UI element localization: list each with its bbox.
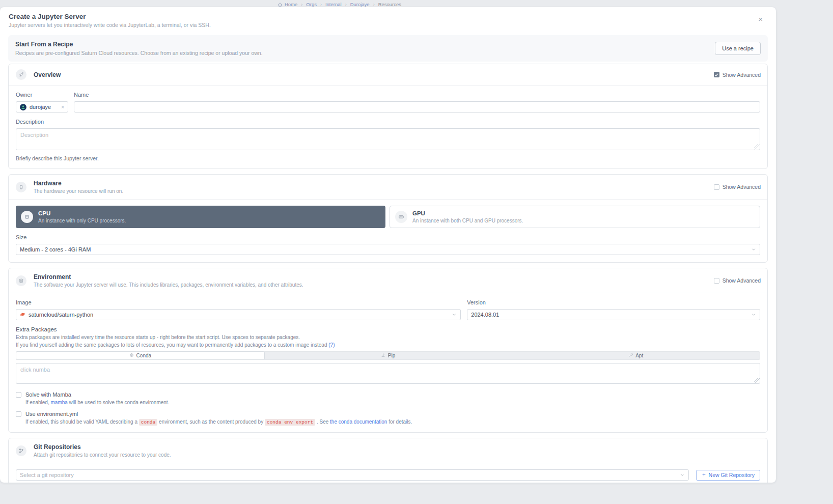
- overview-show-advanced-toggle[interactable]: Show Advanced: [714, 72, 761, 78]
- hardware-show-advanced-toggle[interactable]: Show Advanced: [714, 184, 761, 190]
- size-label: Size: [16, 234, 760, 240]
- tab-conda[interactable]: Conda: [16, 351, 265, 360]
- close-icon[interactable]: ×: [758, 15, 763, 23]
- git-subtitle: Attach git repositories to connect your …: [34, 452, 171, 458]
- cpu-text: CPU An instance with only CPU processors…: [38, 210, 126, 223]
- chip-icon: [16, 182, 26, 192]
- breadcrumb-separator: ›: [345, 2, 347, 7]
- mamba-label: Solve with Mamba: [25, 391, 169, 398]
- conda-documentation-link[interactable]: the conda documentation: [330, 419, 387, 425]
- owner-label: Owner: [16, 92, 68, 98]
- recipe-text: Start From a Recipe Recipes are pre-conf…: [15, 41, 715, 56]
- show-advanced-label: Show Advanced: [723, 277, 761, 284]
- owner-value: durojaye: [30, 104, 51, 110]
- git-repository-select[interactable]: Select a git repository: [16, 469, 689, 481]
- mamba-checkbox[interactable]: [16, 392, 21, 398]
- yml-help-p2: environment, such as the content produce…: [157, 419, 265, 425]
- hardware-title: Hardware: [34, 180, 123, 187]
- page-subtitle: Jupyter servers let you interactively wr…: [9, 22, 767, 28]
- size-select[interactable]: Medium - 2 cores - 4Gi RAM: [16, 244, 760, 255]
- git-repositories-section: Git Repositories Attach git repositories…: [8, 438, 768, 483]
- owner-select[interactable]: durojaye ×: [16, 101, 68, 113]
- new-git-repository-label: New Git Repository: [709, 472, 755, 478]
- saturn-planet-icon: [20, 312, 25, 318]
- home-icon: [277, 2, 283, 7]
- yml-help-p4: for details.: [387, 419, 412, 425]
- mamba-help: If enabled, mamba will be used to solve …: [25, 400, 169, 405]
- version-label: Version: [467, 299, 760, 305]
- name-input[interactable]: [74, 101, 760, 113]
- extra-packages-help2: If you find yourself adding the same pac…: [16, 342, 760, 348]
- cpu-icon: [21, 211, 33, 223]
- image-select[interactable]: saturncloud/saturn-python: [16, 309, 461, 320]
- overview-header: Overview Show Advanced: [9, 64, 767, 86]
- layers-icon: [16, 275, 26, 286]
- checkbox-unchecked-icon[interactable]: [714, 184, 719, 190]
- new-git-repository-button[interactable]: New Git Repository: [696, 470, 760, 481]
- custom-image-help-link[interactable]: (?): [328, 342, 335, 348]
- size-field-wrap: Size Medium - 2 cores - 4Gi RAM: [16, 234, 760, 255]
- tab-label: Pip: [388, 353, 395, 358]
- description-textarea[interactable]: [16, 128, 760, 150]
- git-title: Git Repositories: [34, 443, 171, 451]
- extra-packages-title: Extra Packages: [16, 326, 760, 332]
- environment-show-advanced-toggle[interactable]: Show Advanced: [714, 277, 761, 284]
- hardware-section: Hardware The hardware your resource will…: [8, 174, 768, 263]
- use-recipe-button[interactable]: Use a recipe: [715, 42, 761, 55]
- git-branch-icon: [16, 445, 26, 456]
- image-field-wrap: Image saturncloud/saturn-python: [16, 299, 461, 320]
- size-value: Medium - 2 cores - 4Gi RAM: [20, 246, 91, 253]
- hardware-header: Hardware The hardware your resource will…: [9, 175, 767, 200]
- breadcrumb-label: Home: [285, 2, 297, 7]
- environment-body: Image saturncloud/saturn-python Version …: [9, 293, 767, 432]
- checkbox-unchecked-icon[interactable]: [714, 278, 719, 284]
- environment-yml-checkbox[interactable]: [16, 411, 21, 417]
- breadcrumb-home[interactable]: Home: [277, 2, 297, 7]
- cpu-title: CPU: [38, 210, 126, 216]
- extra-packages-help2-text: If you find yourself adding the same pac…: [16, 342, 327, 348]
- page-title: Create a Jupyter Server: [9, 13, 767, 20]
- tab-apt[interactable]: Apt: [512, 352, 760, 359]
- checkbox-checked-icon[interactable]: [714, 72, 719, 77]
- breadcrumb-separator: ›: [320, 2, 322, 7]
- chevron-down-icon: [452, 312, 457, 317]
- name-label: Name: [74, 92, 760, 98]
- create-jupyter-server-sheet: Create a Jupyter Server Jupyter servers …: [0, 7, 776, 483]
- tab-label: Conda: [136, 353, 151, 358]
- cpu-option-card[interactable]: CPU An instance with only CPU processors…: [16, 206, 385, 228]
- git-title-wrap: Git Repositories Attach git repositories…: [34, 443, 171, 458]
- owner-avatar: [20, 104, 26, 110]
- breadcrumb-durojaye[interactable]: Durojaye: [350, 2, 370, 7]
- overview-title: Overview: [34, 71, 61, 78]
- wrench-icon: [628, 353, 633, 358]
- environment-title: Environment: [34, 273, 303, 281]
- breadcrumb-separator: ›: [373, 2, 375, 7]
- overview-body: Owner durojaye × Name Description Briefl…: [9, 86, 767, 169]
- breadcrumb-resources[interactable]: Resources: [378, 2, 401, 7]
- environment-yml-label: Use environment.yml: [25, 411, 412, 417]
- overview-section: Overview Show Advanced Owner durojaye ×: [8, 64, 768, 169]
- gpu-title: GPU: [412, 210, 523, 216]
- environment-subtitle: The software your Jupyter server will us…: [34, 282, 303, 288]
- environment-section: Environment The software your Jupyter se…: [8, 268, 768, 433]
- tab-pip[interactable]: Pip: [264, 352, 512, 359]
- breadcrumb-internal[interactable]: Internal: [325, 2, 342, 7]
- mamba-help-pre: If enabled,: [25, 400, 50, 405]
- name-field-wrap: Name: [74, 92, 760, 113]
- recipe-description: Recipes are pre-configured Saturn Cloud …: [15, 50, 715, 56]
- show-advanced-label: Show Advanced: [723, 72, 761, 78]
- description-field-wrap: Description Briefly describe this Jupyte…: [16, 119, 760, 161]
- breadcrumb-orgs[interactable]: Orgs: [306, 2, 317, 7]
- solve-with-mamba-row: Solve with Mamba If enabled, mamba will …: [16, 391, 760, 405]
- owner-clear-icon[interactable]: ×: [61, 104, 64, 110]
- conda-packages-textarea[interactable]: [16, 363, 760, 384]
- version-select[interactable]: 2024.08.01: [467, 309, 760, 320]
- gpu-subtitle: An instance with both CPU and GPU proces…: [412, 218, 523, 223]
- gpu-option-card[interactable]: GPU An instance with both CPU and GPU pr…: [390, 206, 760, 228]
- overview-title-wrap: Overview: [34, 71, 61, 78]
- chevron-down-icon: [751, 247, 756, 252]
- hardware-title-wrap: Hardware The hardware your resource will…: [34, 180, 123, 194]
- cpu-subtitle: An instance with only CPU processors.: [38, 218, 126, 223]
- mamba-link[interactable]: mamba: [50, 400, 67, 405]
- version-field-wrap: Version 2024.08.01: [467, 299, 760, 320]
